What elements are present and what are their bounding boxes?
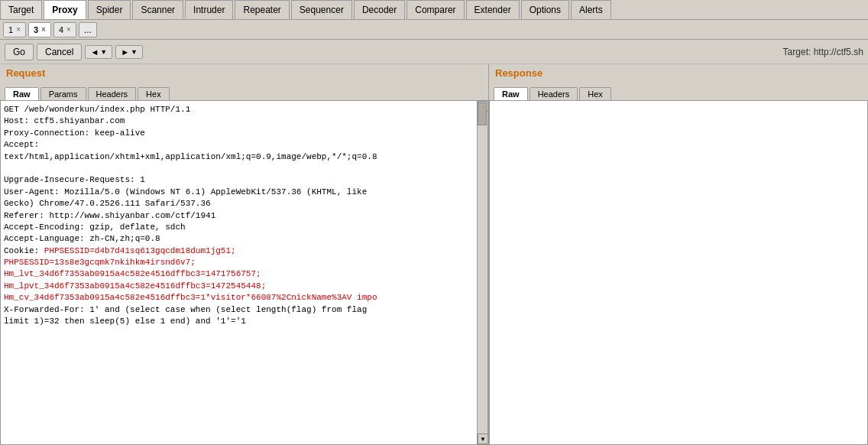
request-text-container: GET /web/wonderkun/index.php HTTP/1.1 Ho… (0, 100, 488, 445)
menu-intruder[interactable]: Intruder (185, 0, 233, 19)
response-panel: Response Raw Headers Hex (489, 64, 868, 445)
menu-spider[interactable]: Spider (88, 0, 131, 19)
target-info: Target: http://ctf5.sh (783, 47, 863, 57)
session-tab-1-label: 1 (8, 25, 13, 34)
session-tab-3[interactable]: 3 × (28, 22, 51, 37)
go-button[interactable]: Go (5, 44, 34, 60)
main-content: Request Raw Params Headers Hex GET /web/… (0, 64, 868, 445)
session-tab-dots-label: ... (84, 24, 92, 35)
response-text-container (489, 100, 868, 445)
menu-options[interactable]: Options (521, 0, 569, 19)
session-tab-4-label: 4 (59, 25, 63, 34)
response-text-area[interactable] (490, 101, 867, 444)
request-tab-hex[interactable]: Hex (138, 87, 170, 100)
response-tab-headers[interactable]: Headers (530, 87, 578, 100)
request-tab-raw[interactable]: Raw (5, 87, 39, 100)
request-header: Request (0, 64, 488, 82)
menu-alerts[interactable]: Alerts (571, 0, 611, 19)
session-tab-3-label: 3 (34, 25, 38, 34)
scroll-down-arrow[interactable]: ▼ (478, 434, 488, 444)
session-tab-4-close[interactable]: × (66, 25, 71, 34)
menu-comparer[interactable]: Comparer (406, 0, 464, 19)
forward-button[interactable]: ► ▼ (115, 45, 143, 59)
response-tabs: Raw Headers Hex (489, 82, 868, 100)
menu-sequencer[interactable]: Sequencer (291, 0, 352, 19)
request-scrollbar[interactable]: ▲ ▼ (477, 101, 487, 444)
response-tab-hex[interactable]: Hex (579, 87, 611, 100)
response-tab-raw[interactable]: Raw (494, 87, 528, 100)
session-tab-1-close[interactable]: × (16, 25, 21, 34)
request-tabs: Raw Params Headers Hex (0, 82, 488, 100)
toolbar: Go Cancel ◄ ▼ ► ▼ Target: http://ctf5.sh (0, 40, 868, 64)
request-tab-headers[interactable]: Headers (88, 87, 137, 100)
menu-scanner[interactable]: Scanner (132, 0, 183, 19)
scroll-thumb[interactable] (478, 102, 487, 125)
request-panel: Request Raw Params Headers Hex GET /web/… (0, 64, 489, 445)
menu-bar: Target Proxy Spider Scanner Intruder Rep… (0, 0, 868, 20)
session-tab-dots[interactable]: ... (79, 22, 97, 37)
session-tab-4[interactable]: 4 × (53, 22, 76, 37)
tab-bar: 1 × 3 × 4 × ... (0, 20, 868, 40)
menu-decoder[interactable]: Decoder (354, 0, 405, 19)
request-text-area[interactable]: GET /web/wonderkun/index.php HTTP/1.1 Ho… (1, 101, 477, 444)
cancel-button[interactable]: Cancel (37, 44, 82, 60)
session-tab-1[interactable]: 1 × (3, 22, 26, 37)
session-tab-3-close[interactable]: × (41, 25, 46, 34)
response-header: Response (489, 64, 868, 82)
request-tab-params[interactable]: Params (40, 87, 86, 100)
menu-target[interactable]: Target (0, 0, 42, 19)
menu-repeater[interactable]: Repeater (235, 0, 289, 19)
menu-extender[interactable]: Extender (466, 0, 520, 19)
back-button[interactable]: ◄ ▼ (85, 45, 112, 59)
menu-proxy[interactable]: Proxy (44, 0, 86, 19)
